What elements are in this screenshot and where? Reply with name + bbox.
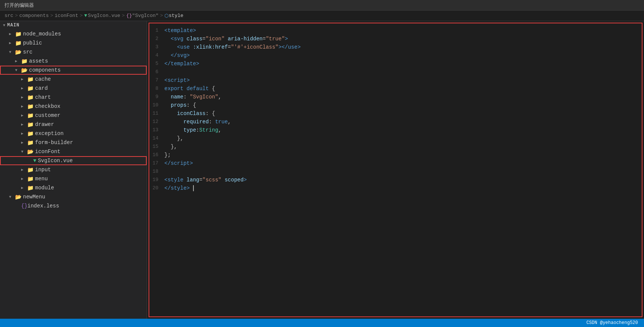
folder-icon: 📁 (27, 130, 34, 137)
expand-arrow-checkbox: ▶ (21, 104, 27, 109)
code-line: 11 iconClass: { (149, 109, 642, 118)
sidebar-item-newMenu[interactable]: ▼ 📂 newMenu (0, 192, 147, 201)
code-line: 14 }, (149, 134, 642, 143)
expand-arrow-public: ▶ (9, 41, 15, 45)
code-line: 8export default { (149, 84, 642, 93)
label-node-modules: node_modules (23, 31, 61, 37)
line-content: </svg> (164, 51, 636, 60)
sidebar-item-cache[interactable]: ▶ 📁 cache (0, 75, 147, 84)
expand-arrow-assets: ▶ (15, 59, 21, 63)
label-newMenu: newMenu (23, 194, 45, 200)
folder-icon: 📁 (15, 31, 21, 37)
line-number: 1 (149, 26, 164, 35)
line-content: type:String, (164, 126, 636, 134)
sidebar-item-assets[interactable]: ▶ 📁 assets (0, 57, 147, 66)
code-line: 7<script> (149, 76, 642, 84)
sidebar-item-module[interactable]: ▶ 📁 module (0, 183, 147, 192)
line-content: }, (164, 143, 636, 151)
line-content: <template> (164, 26, 636, 35)
code-line: 16}; (149, 151, 642, 159)
sidebar-item-customer[interactable]: ▶ 📁 customer (0, 111, 147, 120)
line-number: 18 (149, 167, 164, 176)
line-content: }; (164, 151, 636, 159)
sidebar[interactable]: ▼ MAIN ▶ 📁 node_modules ▶ 📁 public ▼ 📂 s… (0, 21, 147, 319)
label-public: public (23, 40, 42, 46)
line-number: 5 (149, 60, 164, 68)
code-line: 2 <svg class="icon" aria-hidden="true"> (149, 35, 642, 43)
folder-icon: 📂 (15, 49, 21, 55)
label-exception: exception (35, 130, 64, 137)
code-line: 4 </svg> (149, 51, 642, 60)
sidebar-item-input[interactable]: ▶ 📁 input (0, 165, 147, 174)
line-number: 14 (149, 134, 164, 143)
sidebar-item-src[interactable]: ▼ 📂 src (0, 48, 147, 57)
folder-icon: 📂 (15, 194, 21, 200)
sidebar-item-exception[interactable]: ▶ 📁 exception (0, 129, 147, 138)
folder-icon: 📁 (27, 94, 34, 101)
expand-arrow-newMenu: ▼ (9, 195, 15, 199)
code-line: 10 props: { (149, 101, 642, 109)
status-bar: CSDN @yehaocheng520 (0, 319, 644, 327)
line-number: 7 (149, 76, 164, 84)
bc-svgicon-file: SvgIcon.vue (88, 13, 120, 18)
sidebar-main-header: ▼ MAIN (0, 21, 147, 29)
folder-icon: 📁 (27, 85, 34, 92)
label-svgicon: SvgIcon.vue (38, 158, 72, 164)
sidebar-item-chart[interactable]: ▶ 📁 chart (0, 93, 147, 102)
label-components: components (29, 67, 61, 73)
expand-arrow-drawer: ▶ (21, 122, 27, 127)
label-checkbox: checkbox (35, 103, 60, 109)
bc-style: style (169, 13, 183, 18)
expand-arrow-menu: ▶ (21, 177, 27, 181)
code-line: 13 type:String, (149, 126, 642, 134)
sidebar-item-components[interactable]: ▼ 📂 components (0, 66, 147, 75)
sidebar-item-menu[interactable]: ▶ 📁 menu (0, 174, 147, 183)
vue-file-icon: ▼ (33, 158, 36, 164)
sidebar-item-form-builder[interactable]: ▶ 📁 form-builder (0, 138, 147, 147)
sidebar-item-iconFont[interactable]: ▼ 📂 iconFont (0, 147, 147, 156)
folder-icon: 📂 (21, 67, 28, 74)
folder-icon: 📁 (27, 121, 34, 128)
code-line: 12 required: true, (149, 118, 642, 126)
line-number: 3 (149, 43, 164, 51)
status-text: CSDN @yehaocheng520 (586, 320, 638, 325)
line-number: 17 (149, 159, 164, 167)
sidebar-item-drawer[interactable]: ▶ 📁 drawer (0, 120, 147, 129)
code-line: 5</template> (149, 60, 642, 68)
expand-arrow-src: ▼ (9, 50, 15, 54)
sidebar-item-index-less[interactable]: {} index.less (0, 201, 147, 210)
line-content: required: true, (164, 118, 636, 126)
label-index-less: index.less (28, 203, 59, 209)
code-line: 9 name: "SvgIcon", (149, 93, 642, 101)
editor-content[interactable]: 1<template>2 <svg class="icon" aria-hidd… (149, 23, 642, 316)
code-line: 17</script> (149, 159, 642, 167)
top-bar-title: 打开的编辑器 (5, 2, 34, 9)
label-menu: menu (35, 176, 48, 182)
folder-icon: 📂 (27, 149, 34, 155)
code-line: 1<template> (149, 26, 642, 35)
line-content: <style lang="scss" scoped> (164, 176, 636, 184)
sidebar-item-node-modules[interactable]: ▶ 📁 node_modules (0, 29, 147, 38)
folder-icon: 📁 (15, 40, 21, 46)
expand-arrow-cache: ▶ (21, 77, 27, 81)
bc-components: components (19, 13, 49, 18)
folder-icon: 📁 (27, 176, 34, 182)
expand-arrow-node-modules: ▶ (9, 32, 15, 36)
top-bar: 打开的编辑器 (0, 0, 644, 11)
sidebar-item-card[interactable]: ▶ 📁 card (0, 84, 147, 93)
sidebar-item-checkbox[interactable]: ▶ 📁 checkbox (0, 102, 147, 111)
line-content: <svg class="icon" aria-hidden="true"> (164, 35, 636, 43)
label-assets: assets (29, 58, 48, 64)
line-content: </template> (164, 60, 636, 68)
folder-icon: 📁 (27, 140, 34, 146)
bc-svgicon-name: "SvgIcon" (132, 13, 158, 18)
sidebar-item-public[interactable]: ▶ 📁 public (0, 38, 147, 48)
label-cache: cache (35, 76, 51, 82)
line-number: 9 (149, 93, 164, 101)
expand-arrow-form-builder: ▶ (21, 140, 27, 145)
sidebar-main-label: MAIN (7, 23, 20, 28)
folder-icon: 📁 (21, 58, 28, 64)
sidebar-item-svgicon[interactable]: ▼ SvgIcon.vue (0, 156, 147, 165)
folder-icon: 📁 (27, 112, 34, 119)
line-number: 20 (149, 184, 164, 192)
